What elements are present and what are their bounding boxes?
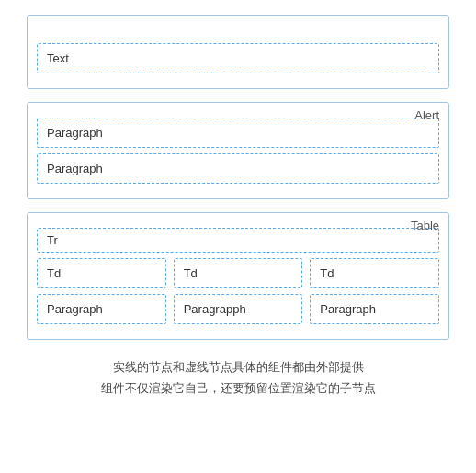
table-tr: Tr <box>37 228 439 253</box>
alert-label: Alert <box>414 108 439 122</box>
td-cell-1: Td <box>37 258 166 288</box>
table-label: Table <box>411 219 439 232</box>
paragraph-cell-2: Paragrapph <box>174 294 303 324</box>
text-box: Text <box>37 43 439 73</box>
text-section: Text <box>27 15 449 89</box>
alert-section: Alert Paragraph Paragraph <box>27 102 449 199</box>
footer-line2: 组件不仅渲染它自己，还要预留位置渲染它的子节点 <box>101 377 376 399</box>
alert-paragraph-1: Paragraph <box>37 118 439 148</box>
footer: 实线的节点和虚线节点具体的组件都由外部提供 组件不仅渲染它自己，还要预留位置渲染… <box>101 356 376 400</box>
alert-paragraph-2: Paragraph <box>37 153 439 184</box>
table-section: Table Tr Td Td Td Paragraph Paragrapph P… <box>27 212 449 340</box>
text-label: Text <box>47 51 69 65</box>
footer-line1: 实线的节点和虚线节点具体的组件都由外部提供 <box>101 356 376 377</box>
table-paragraph-row: Paragraph Paragrapph Paragraph <box>37 294 439 324</box>
paragraph-cell-1: Paragraph <box>37 294 166 324</box>
td-cell-3: Td <box>310 258 439 288</box>
paragraph-cell-3: Paragraph <box>310 294 439 324</box>
td-cell-2: Td <box>174 258 303 288</box>
table-td-row: Td Td Td <box>37 258 439 288</box>
